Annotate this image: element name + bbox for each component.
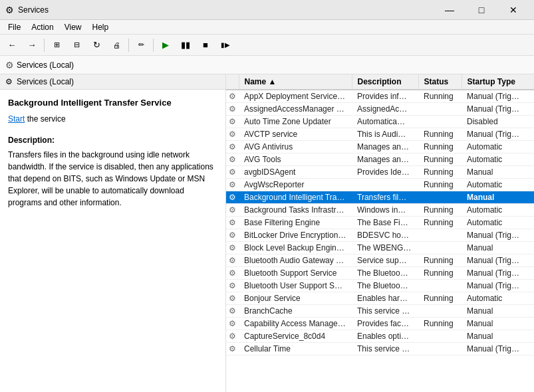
table-row[interactable]: ⚙AVG AntivirusManages an…RunningAutomati… (226, 141, 534, 153)
row-status: Running (418, 153, 462, 166)
row-status: Running (418, 204, 462, 217)
table-row[interactable]: ⚙BranchCacheThis service …ManualNet… (226, 305, 534, 318)
row-startup: Automatic (462, 153, 534, 166)
maximize-button[interactable]: □ (466, 0, 497, 20)
row-desc: Automatica… (352, 116, 418, 128)
row-icon: ⚙ (226, 141, 239, 153)
col-header-status[interactable]: Status (418, 74, 462, 90)
menu-file[interactable]: File (3, 20, 26, 34)
services-table[interactable]: Name ▲ Description Status Startup Type L… (226, 74, 534, 392)
row-desc: Service sup… (352, 254, 418, 267)
pause-service-button[interactable]: ▮▮ (176, 37, 195, 54)
row-name: Capability Access Manager … (239, 318, 352, 330)
row-status: Running (418, 179, 462, 191)
table-row[interactable]: ⚙Bonjour ServiceEnables har…RunningAutom… (226, 292, 534, 305)
table-row[interactable]: ⚙BitLocker Drive Encryption …BDESVC hos…… (226, 229, 534, 242)
row-icon: ⚙ (226, 280, 239, 292)
row-startup: Automatic (462, 179, 534, 191)
row-desc: This service … (352, 343, 418, 355)
row-name: CaptureService_8c0d4 (239, 330, 352, 343)
close-button[interactable]: ✕ (498, 0, 529, 20)
col-header-desc[interactable]: Description (352, 74, 418, 90)
minimize-button[interactable]: — (434, 0, 465, 20)
row-status (418, 229, 462, 242)
row-icon: ⚙ (226, 90, 239, 103)
table-row[interactable]: ⚙AssignedAccessManager Se…AssignedAc…Man… (226, 103, 534, 116)
table-row[interactable]: ⚙avgbIDSAgentProvides Ide…RunningManualL… (226, 166, 534, 179)
table-row[interactable]: ⚙Bluetooth Support ServiceThe Bluetoo…Ru… (226, 267, 534, 280)
toolbar-sep-1 (44, 39, 45, 52)
menu-view[interactable]: View (59, 20, 87, 34)
start-service-link[interactable]: Start (8, 114, 25, 124)
table-row[interactable]: ⚙CaptureService_8c0d4Enables opti…Manual… (226, 330, 534, 343)
menu-action[interactable]: Action (26, 20, 59, 34)
row-startup: Manual (Trig… (462, 254, 534, 267)
table-row[interactable]: ⚙Block Level Backup Engine …The WBENG…Ma… (226, 242, 534, 254)
row-startup: Manual (462, 318, 534, 330)
row-startup: Manual (Trig… (462, 343, 534, 355)
table-row[interactable]: ⚙Background Tasks Infrastruc…Windows in…… (226, 204, 534, 217)
menu-help[interactable]: Help (87, 20, 114, 34)
row-name: AVG Tools (239, 153, 352, 166)
row-icon: ⚙ (226, 128, 239, 141)
print-button[interactable]: 🖨 (107, 37, 126, 54)
row-icon: ⚙ (226, 330, 239, 343)
table-row[interactable]: ⚙Base Filtering EngineThe Base Fi…Runnin… (226, 217, 534, 229)
table-row[interactable]: ⚙AvgWscReporterRunningAutomaticLoca… (226, 179, 534, 191)
table-row[interactable]: ⚙AVCTP serviceThis is Audi…RunningManual… (226, 128, 534, 141)
stop-service-button[interactable]: ■ (196, 37, 215, 54)
row-desc: The Base Fi… (352, 217, 418, 229)
row-icon: ⚙ (226, 343, 239, 355)
row-startup: Manual (Trig… (462, 103, 534, 116)
row-name: BranchCache (239, 305, 352, 318)
row-status: Running (418, 292, 462, 305)
row-status (418, 343, 462, 355)
service-description-container: Description: Transfers files in the back… (8, 134, 217, 209)
row-name: AssignedAccessManager Se… (239, 103, 352, 116)
col-header-icon[interactable] (226, 74, 239, 90)
row-name: Base Filtering Engine (239, 217, 352, 229)
table-row[interactable]: ⚙Background Intelligent Tra…Transfers fi… (226, 191, 534, 204)
show-expand-button[interactable]: ⊞ (47, 37, 66, 54)
row-icon: ⚙ (226, 318, 239, 330)
row-startup: Manual (Trig… (462, 128, 534, 141)
row-icon: ⚙ (226, 217, 239, 229)
properties-button[interactable]: ✏ (132, 37, 150, 54)
row-startup: Automatic (462, 217, 534, 229)
row-startup: Automatic (462, 204, 534, 217)
table-row[interactable]: ⚙AVG ToolsManages an…RunningAutomaticLoc… (226, 153, 534, 166)
forward-button[interactable]: → (23, 37, 41, 54)
back-button[interactable]: ← (3, 37, 21, 54)
service-start-line: Start the service (8, 114, 217, 124)
row-icon: ⚙ (226, 229, 239, 242)
row-startup: Automatic (462, 141, 534, 153)
table-row[interactable]: ⚙Auto Time Zone UpdaterAutomatica…Disabl… (226, 116, 534, 128)
row-startup: Manual (Trig… (462, 267, 534, 280)
table-row[interactable]: ⚙Capability Access Manager …Provides fac… (226, 318, 534, 330)
table-row[interactable]: ⚙Cellular TimeThis service …Manual (Trig… (226, 343, 534, 355)
row-status: Running (418, 90, 462, 103)
breadcrumb-text: Services (Local) (17, 60, 74, 70)
row-status: Running (418, 166, 462, 179)
row-status: Running (418, 318, 462, 330)
restart-service-button[interactable]: ▮▶ (216, 37, 235, 54)
table-row[interactable]: ⚙AppX Deployment Service (…Provides inf…… (226, 90, 534, 103)
row-status (418, 242, 462, 254)
row-desc: BDESVC hos… (352, 229, 418, 242)
collapse-button[interactable]: ⊟ (67, 37, 86, 54)
row-status (418, 116, 462, 128)
refresh-button[interactable]: ↻ (87, 37, 106, 54)
col-header-name[interactable]: Name ▲ (239, 74, 352, 90)
row-desc: This service … (352, 305, 418, 318)
row-icon: ⚙ (226, 305, 239, 318)
row-name: Block Level Backup Engine … (239, 242, 352, 254)
table-row[interactable]: ⚙Bluetooth User Support Ser…The Bluetoo…… (226, 280, 534, 292)
row-startup: Manual (462, 166, 534, 179)
table-row[interactable]: ⚙Bluetooth Audio Gateway S…Service sup…R… (226, 254, 534, 267)
col-header-startup[interactable]: Startup Type (462, 74, 534, 90)
row-desc: Manages an… (352, 141, 418, 153)
row-name: Bluetooth User Support Ser… (239, 280, 352, 292)
breadcrumb-icon: ⚙ (5, 60, 14, 70)
start-service-button[interactable]: ▶ (156, 37, 175, 54)
row-startup: Automatic (462, 292, 534, 305)
